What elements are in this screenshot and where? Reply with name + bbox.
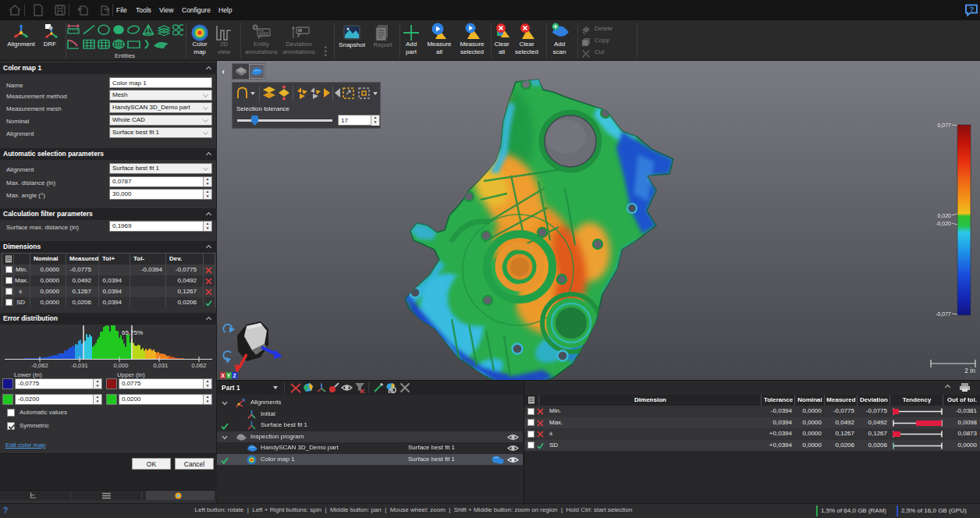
svg-text:0,000: 0,000 xyxy=(114,362,129,369)
svg-text:0,031: 0,031 xyxy=(154,362,169,369)
svg-text:Z: Z xyxy=(233,373,237,378)
svg-text:65,75%: 65,75% xyxy=(122,329,143,336)
svg-text:-0,031: -0,031 xyxy=(71,362,87,369)
svg-text:0,062: 0,062 xyxy=(192,362,207,369)
svg-text:-0,062: -0,062 xyxy=(31,362,48,369)
svg-text:?: ? xyxy=(969,5,974,13)
svg-text:-0,077: -0,077 xyxy=(936,311,951,317)
svg-text:0,077: 0,077 xyxy=(937,122,951,128)
svg-text:X: X xyxy=(221,373,225,378)
svg-text:-0,020: -0,020 xyxy=(936,221,951,226)
svg-text:0,020: 0,020 xyxy=(937,213,951,218)
svg-text:2 in: 2 in xyxy=(964,367,975,374)
svg-text:Y: Y xyxy=(227,373,231,378)
